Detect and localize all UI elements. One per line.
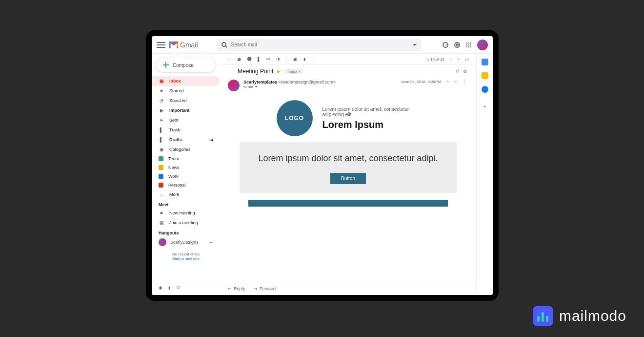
meet-new[interactable]: ■New meeting <box>152 208 220 218</box>
nav-news[interactable]: News <box>152 163 220 172</box>
label-chip[interactable]: Inbox × <box>284 69 303 74</box>
sender-row: Scarlytemplates <randomdesign@gmail.com>… <box>220 78 476 93</box>
recipient-toggle[interactable]: to me <box>243 84 397 89</box>
phone-icon[interactable]: ✆ <box>177 285 181 290</box>
mailmodo-text: mailmodo <box>559 308 626 324</box>
svg-text:?: ? <box>444 43 447 47</box>
label-icon <box>159 174 163 179</box>
svg-line-1 <box>225 46 227 47</box>
more-icon[interactable]: ⋮ <box>312 57 316 62</box>
calendar-icon[interactable] <box>482 59 488 65</box>
nav-team[interactable]: Team <box>152 154 220 163</box>
search-icon <box>221 42 227 48</box>
svg-point-5 <box>455 42 460 47</box>
print-icon[interactable]: ⎙ <box>456 69 459 74</box>
categories-icon: ▣ <box>159 147 164 152</box>
mailmodo-brand: mailmodo <box>533 306 626 326</box>
nav-work[interactable]: Work <box>152 172 220 181</box>
labels-icon[interactable]: ◗ <box>303 57 306 62</box>
label-icon <box>159 183 163 188</box>
subject-text: Meeting Point <box>238 68 273 75</box>
hangouts-empty: No recent chats Start a new one <box>152 252 220 261</box>
star-icon: ★ <box>159 88 164 94</box>
nav-inbox[interactable]: ▣Inbox <box>152 76 220 86</box>
svg-point-12 <box>466 46 467 47</box>
unread-icon[interactable]: ✉ <box>266 57 270 62</box>
meet-join[interactable]: ▦Join a meeting <box>152 218 220 228</box>
compose-button[interactable]: Compose <box>156 58 216 72</box>
prev-icon[interactable]: ‹ <box>450 57 452 62</box>
email-body: LOGO Lorem ipsum dolor sit amet, consect… <box>220 93 476 282</box>
person-icon[interactable]: ◉ <box>159 285 162 290</box>
compose-label: Compose <box>173 63 194 68</box>
sender-avatar <box>228 80 240 91</box>
spam-icon[interactable]: ⓿ <box>247 57 252 62</box>
settings-icon[interactable] <box>454 42 461 48</box>
svg-point-7 <box>468 42 469 43</box>
start-chat-link[interactable]: Start a new one <box>152 256 220 261</box>
nav-list: ▣Inbox ★Starred ◔Snoozed ▶Important ➤Sen… <box>152 76 220 199</box>
forward-button[interactable]: ↪ Forward <box>254 286 276 291</box>
nav-snoozed[interactable]: ◔Snoozed <box>152 96 220 105</box>
cta-block: Lorem ipsum dolor sit amet, consectetur … <box>240 142 457 193</box>
snooze-icon[interactable]: ◔ <box>276 57 280 62</box>
hangouts-heading: Hangouts <box>152 228 220 236</box>
important-marker-icon[interactable]: ▶ <box>277 69 281 74</box>
svg-point-11 <box>470 44 471 45</box>
add-rail-icon[interactable]: ＋ <box>483 104 487 110</box>
hero-tagline: Lorem ipsum dolor sit amet, consectetur … <box>322 106 420 117</box>
reply-icon[interactable]: ↩ <box>454 80 458 84</box>
gmail-m-icon <box>169 42 178 48</box>
hero-title: Lorem Ipsum <box>322 119 420 130</box>
message-date: June 25, 2018, 3:26PM <box>401 80 441 84</box>
keep-icon[interactable] <box>482 72 488 79</box>
clock-icon: ◔ <box>159 98 164 104</box>
hangouts-tabs: ◉ ◗ ✆ <box>152 282 220 293</box>
tablet-frame: Gmail ? Compose ▣Inbox ★Starred ◔Snoozed… <box>146 30 499 301</box>
new-hangout-icon[interactable]: ＋ <box>209 239 213 246</box>
logo-circle: LOGO <box>277 100 313 136</box>
svg-point-9 <box>466 44 467 45</box>
search-bar[interactable] <box>217 39 422 51</box>
nav-personal[interactable]: Personal <box>152 181 220 190</box>
chevron-down-icon: ⌄ <box>159 191 164 197</box>
apps-icon[interactable] <box>465 42 472 48</box>
hangouts-user[interactable]: ScarlyDesigns ＋ <box>152 236 220 248</box>
search-options-icon[interactable] <box>413 44 417 46</box>
input-icon[interactable]: ▭ <box>465 57 469 62</box>
nav-starred[interactable]: ★Starred <box>152 86 220 96</box>
svg-point-4 <box>456 44 458 46</box>
nav-sent[interactable]: ➤Sent <box>152 115 220 125</box>
meet-heading: Meet <box>152 199 220 208</box>
search-input[interactable] <box>231 42 409 47</box>
next-icon[interactable]: › <box>458 57 459 62</box>
tasks-icon[interactable] <box>482 86 488 93</box>
nav-trash[interactable]: ▌Trash <box>152 125 220 135</box>
star-icon[interactable]: ☆ <box>446 80 449 84</box>
popout-icon[interactable]: ⧉ <box>463 69 466 74</box>
sender-name: Scarlytemplates <randomdesign@gmail.com> <box>243 80 397 84</box>
account-avatar[interactable] <box>477 40 488 50</box>
join-icon: ▦ <box>159 220 164 226</box>
gmail-logo[interactable]: Gmail <box>169 41 198 49</box>
delete-icon[interactable]: ▌ <box>258 57 261 62</box>
help-icon[interactable]: ? <box>442 42 449 48</box>
more-icon[interactable]: ⋮ <box>463 80 466 84</box>
archive-icon[interactable]: ▣ <box>237 57 242 62</box>
chat-icon[interactable]: ◗ <box>168 285 171 290</box>
nav-drafts[interactable]: ▌Drafts14 <box>152 135 220 145</box>
nav-more[interactable]: ⌄More <box>152 190 220 199</box>
nav-categories[interactable]: ▣Categories <box>152 145 220 154</box>
important-icon: ▶ <box>159 107 164 113</box>
chevron-down-icon <box>255 86 258 87</box>
menu-icon[interactable] <box>157 42 165 48</box>
reply-button[interactable]: ↩ Reply <box>228 286 245 291</box>
user-avatar <box>159 238 166 246</box>
move-icon[interactable]: ▣ <box>293 57 298 62</box>
message-toolbar: ← ▣ ⓿ ▌ ✉ ◔ | ▣ ◗ ⋮ 1-16 of 16 ‹ › ▭ <box>220 54 476 65</box>
cta-button[interactable]: Button <box>330 173 366 184</box>
nav-important[interactable]: ▶Important <box>152 105 220 115</box>
app-name: Gmail <box>180 41 198 49</box>
right-rail: ＋ <box>476 54 493 295</box>
back-icon[interactable]: ← <box>227 57 231 62</box>
